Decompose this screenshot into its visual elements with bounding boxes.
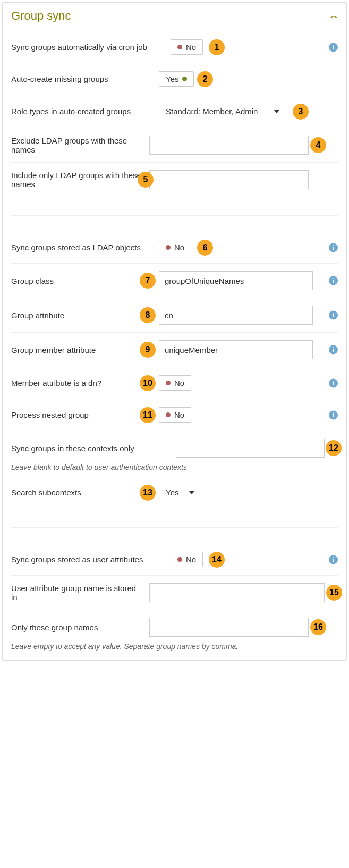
annotation-badge: 11 (140, 407, 156, 423)
info-icon[interactable]: i (329, 345, 338, 355)
member-dn-value: No (174, 378, 184, 387)
member-dn-label: Member attribute is a dn? (11, 378, 159, 387)
sync-user-attrs-value: No (186, 555, 196, 564)
user-attr-name-input[interactable] (149, 583, 325, 602)
field-sync-contexts: Sync groups in these contexts only 12 Le… (11, 431, 338, 476)
sync-contexts-hint: Leave blank to default to user authentic… (11, 458, 338, 471)
sync-contexts-input[interactable] (176, 439, 325, 458)
panel-title: Group sync (11, 9, 71, 23)
field-group-member-attr: Group member attribute 9 i (11, 333, 338, 367)
status-dot-icon (177, 45, 182, 49)
info-icon[interactable]: i (329, 311, 338, 320)
search-subcontexts-value: Yes (166, 488, 178, 497)
nested-group-value: No (174, 410, 184, 419)
auto-create-toggle[interactable]: Yes (159, 71, 194, 87)
group-sync-panel: Group sync ︿ Sync groups automatically v… (2, 2, 347, 661)
group-member-attr-input[interactable] (159, 340, 313, 359)
status-dot-icon (182, 77, 187, 81)
exclude-names-label: Exclude LDAP groups with these names (11, 136, 149, 154)
status-dot-icon (166, 412, 171, 417)
role-types-select[interactable]: Standard: Member, Admin (159, 103, 286, 120)
annotation-badge: 6 (197, 240, 213, 256)
sync-ldap-objects-toggle[interactable]: No (159, 240, 191, 255)
annotation-badge: 9 (140, 342, 156, 358)
annotation-badge: 7 (140, 273, 156, 289)
sync-ldap-objects-value: No (174, 243, 184, 252)
sync-contexts-label: Sync groups in these contexts only (11, 444, 176, 453)
include-names-input[interactable] (149, 170, 309, 189)
auto-create-value: Yes (166, 74, 178, 83)
role-types-label: Role types in auto-created groups (11, 107, 159, 116)
group-class-input[interactable] (159, 271, 313, 290)
group-attribute-label: Group attribute (11, 311, 159, 320)
annotation-badge: 4 (310, 137, 326, 153)
sync-user-attrs-toggle[interactable]: No (171, 552, 203, 567)
spacer (11, 216, 338, 232)
field-group-class: Group class 7 i (11, 264, 338, 298)
annotation-badge: 3 (293, 104, 309, 120)
info-icon[interactable]: i (329, 43, 338, 52)
search-subcontexts-label: Search subcontexts (11, 488, 159, 497)
nested-group-toggle[interactable]: No (159, 407, 191, 423)
user-attr-name-label: User attribute group name is stored in (11, 584, 149, 602)
annotation-badge: 14 (209, 552, 225, 568)
exclude-names-input[interactable] (149, 136, 309, 155)
field-group-attribute: Group attribute 8 i (11, 298, 338, 333)
sync-cron-label: Sync groups automatically via cron job (11, 43, 171, 52)
field-user-attr-name: User attribute group name is stored in 1… (11, 576, 338, 610)
nested-group-label: Process nested group (11, 410, 159, 419)
annotation-badge: 2 (197, 71, 213, 87)
auto-create-label: Auto-create missing groups (11, 74, 159, 83)
group-attribute-input[interactable] (159, 306, 313, 325)
annotation-badge: 12 (326, 440, 342, 456)
panel-header[interactable]: Group sync ︿ (3, 3, 346, 29)
panel-body: Sync groups automatically via cron job N… (3, 29, 346, 660)
group-member-attr-label: Group member attribute (11, 345, 159, 355)
field-sync-user-attrs: Sync groups stored as user attributes No… (11, 544, 338, 576)
sync-ldap-objects-label: Sync groups stored as LDAP objects (11, 243, 159, 252)
chevron-up-icon: ︿ (330, 11, 338, 21)
field-search-subcontexts: Search subcontexts 13 Yes (11, 476, 338, 509)
annotation-badge: 13 (140, 485, 156, 501)
info-icon[interactable]: i (329, 378, 338, 387)
search-subcontexts-select[interactable]: Yes (159, 484, 201, 501)
only-these-label: Only these group names (11, 623, 149, 632)
group-class-label: Group class (11, 276, 159, 285)
chevron-down-icon (189, 491, 194, 494)
info-icon[interactable]: i (329, 243, 338, 252)
status-dot-icon (166, 245, 171, 250)
field-sync-cron: Sync groups automatically via cron job N… (11, 31, 338, 63)
include-names-label: Include only LDAP groups with these name… (11, 171, 149, 189)
role-types-value: Standard: Member, Admin (166, 107, 258, 116)
field-include-names: Include only LDAP groups with these name… (11, 163, 338, 197)
member-dn-toggle[interactable]: No (159, 375, 191, 391)
annotation-badge: 8 (140, 307, 156, 323)
info-icon[interactable]: i (329, 410, 338, 419)
field-exclude-names: Exclude LDAP groups with these names 4 (11, 128, 338, 163)
sync-cron-value: No (186, 43, 196, 52)
sync-user-attrs-label: Sync groups stored as user attributes (11, 555, 171, 564)
info-icon[interactable]: i (329, 555, 338, 564)
field-member-dn: Member attribute is a dn? 10 No i (11, 367, 338, 399)
field-only-these: Only these group names 16 Leave empty to… (11, 610, 338, 655)
field-role-types: Role types in auto-created groups Standa… (11, 95, 338, 128)
spacer (11, 528, 338, 544)
field-auto-create: Auto-create missing groups Yes 2 (11, 63, 338, 95)
field-sync-ldap-objects: Sync groups stored as LDAP objects No 6 … (11, 232, 338, 264)
annotation-badge: 5 (138, 172, 154, 188)
field-nested-group: Process nested group 11 No i (11, 399, 338, 431)
status-dot-icon (166, 381, 171, 385)
annotation-badge: 10 (140, 375, 156, 391)
chevron-down-icon (274, 110, 279, 113)
annotation-badge: 16 (310, 619, 326, 635)
spacer (11, 509, 338, 528)
only-these-hint: Leave empty to accept any value. Separat… (11, 637, 338, 651)
sync-cron-toggle[interactable]: No (171, 39, 203, 55)
spacer (11, 197, 338, 216)
info-icon[interactable]: i (329, 276, 338, 285)
annotation-badge: 1 (209, 39, 225, 55)
only-these-input[interactable] (149, 618, 309, 637)
status-dot-icon (177, 557, 182, 562)
annotation-badge: 15 (326, 585, 342, 601)
